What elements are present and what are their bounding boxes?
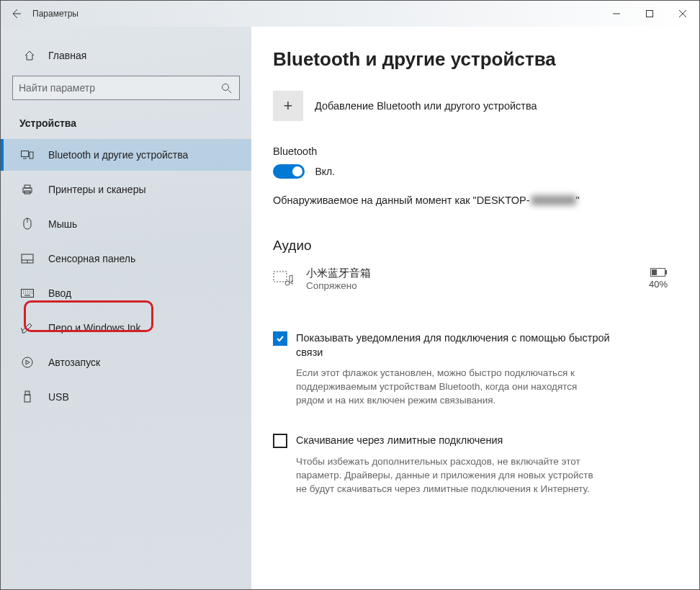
checkbox-metered[interactable]: Скачивание через лимитные подключения xyxy=(273,434,668,448)
audio-device-icon xyxy=(273,270,297,287)
svg-rect-3 xyxy=(30,152,33,158)
svg-rect-18 xyxy=(652,269,657,275)
device-battery: 40% xyxy=(649,279,668,290)
printer-icon xyxy=(19,184,35,195)
sidebar-item-label: Bluetooth и другие устройства xyxy=(48,149,188,161)
sidebar-item-mouse[interactable]: Мышь xyxy=(1,208,251,240)
sidebar-item-bluetooth[interactable]: Bluetooth и другие устройства xyxy=(1,139,251,171)
back-button[interactable] xyxy=(1,1,32,27)
battery-icon xyxy=(650,268,668,277)
sidebar-item-touchpad[interactable]: Сенсорная панель xyxy=(1,243,251,274)
device[interactable]: 小米蓝牙音箱 Сопряжено 40% xyxy=(273,264,668,294)
discoverable-text: Обнаруживаемое на данный момент как "DES… xyxy=(273,195,668,206)
svg-rect-17 xyxy=(665,270,667,274)
sidebar-item-autoplay[interactable]: Автозапуск xyxy=(1,347,251,378)
svg-rect-5 xyxy=(24,185,30,188)
svg-rect-12 xyxy=(24,395,30,402)
arrow-left-icon xyxy=(11,8,22,19)
section-audio-heading: Аудио xyxy=(273,238,668,254)
svg-rect-13 xyxy=(274,272,287,282)
hostname-blurred xyxy=(531,195,576,205)
devices-icon xyxy=(19,150,35,160)
sidebar-item-typing[interactable]: Ввод xyxy=(1,277,251,309)
sidebar-item-label: Автозапуск xyxy=(48,357,100,368)
sidebar-item-label: Ввод xyxy=(48,287,71,299)
touchpad-icon xyxy=(19,254,35,264)
add-device-label: Добавление Bluetooth или другого устройс… xyxy=(315,100,537,112)
keyboard-icon xyxy=(19,289,35,298)
checkbox-swift-pair[interactable]: Показывать уведомления для подключения с… xyxy=(273,331,668,359)
toggle-state-label: Вкл. xyxy=(315,166,335,177)
device-name: 小米蓝牙音箱 xyxy=(306,267,649,280)
content: Bluetooth и другие устройства + Добавлен… xyxy=(251,27,699,589)
sidebar-item-label: USB xyxy=(48,391,69,403)
page-title: Bluetooth и другие устройства xyxy=(273,48,668,71)
search-box[interactable] xyxy=(12,76,240,100)
search-input[interactable] xyxy=(19,82,219,94)
home-label: Главная xyxy=(48,50,86,61)
checkbox-metered-desc: Чтобы избежать дополнительных расходов, … xyxy=(296,455,606,496)
bluetooth-toggle[interactable] xyxy=(273,164,305,179)
svg-rect-11 xyxy=(25,391,30,395)
svg-point-10 xyxy=(22,357,32,367)
checkbox-icon xyxy=(273,434,287,448)
titlebar: Параметры xyxy=(1,1,699,27)
home-icon xyxy=(22,50,37,61)
add-device-button[interactable]: + xyxy=(273,91,303,121)
checkbox-swift-pair-desc: Если этот флажок установлен, можно быстр… xyxy=(296,367,606,408)
home-link[interactable]: Главная xyxy=(12,44,240,67)
maximize-button[interactable] xyxy=(633,1,666,27)
sidebar-item-usb[interactable]: USB xyxy=(1,381,251,413)
mouse-icon xyxy=(19,218,35,231)
svg-rect-2 xyxy=(22,151,29,157)
add-device-row[interactable]: + Добавление Bluetooth или другого устро… xyxy=(273,91,668,121)
svg-rect-0 xyxy=(647,11,653,17)
sidebar: Главная Устройства Bluetooth и другие ус… xyxy=(1,27,251,589)
svg-point-14 xyxy=(285,281,290,285)
sidebar-item-printers[interactable]: Принтеры и сканеры xyxy=(1,174,251,205)
close-button[interactable] xyxy=(666,1,699,27)
checkbox-label: Показывать уведомления для подключения с… xyxy=(296,331,613,359)
pen-icon xyxy=(19,322,35,334)
autoplay-icon xyxy=(19,357,35,368)
sidebar-item-label: Перо и Windows Ink xyxy=(48,322,140,334)
plus-icon: + xyxy=(284,97,293,115)
window-title: Параметры xyxy=(32,9,78,19)
search-icon xyxy=(219,83,233,94)
bluetooth-label: Bluetooth xyxy=(273,146,668,157)
checkbox-label: Скачивание через лимитные подключения xyxy=(296,434,503,448)
sidebar-item-label: Принтеры и сканеры xyxy=(48,184,145,195)
sidebar-item-label: Мышь xyxy=(48,218,77,230)
minimize-button[interactable] xyxy=(600,1,633,27)
usb-icon xyxy=(19,390,35,403)
checkbox-icon xyxy=(273,331,287,346)
sidebar-item-pen[interactable]: Перо и Windows Ink xyxy=(1,312,251,344)
category-title: Устройства xyxy=(12,113,240,139)
svg-point-1 xyxy=(222,84,228,90)
device-status: Сопряжено xyxy=(306,280,649,291)
sidebar-item-label: Сенсорная панель xyxy=(48,253,135,264)
